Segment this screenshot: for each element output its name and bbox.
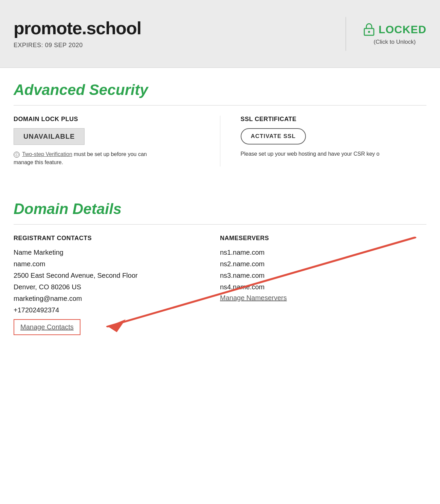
manage-contacts-box[interactable]: Manage Contacts [14, 319, 80, 335]
domain-lock-plus-label: DOMAIN LOCK PLUS [14, 116, 200, 123]
advanced-security-divider [14, 105, 426, 105]
activate-ssl-button[interactable]: ACTIVATE SSL [241, 128, 306, 144]
expires-label: EXPIRES: 09 Sep 2020 [14, 42, 315, 49]
locked-text: LOCKED [379, 23, 426, 36]
contact-email: marketing@name.com [14, 293, 200, 304]
domain-details-grid: REGISTRANT CONTACTS Name Marketing name.… [14, 235, 426, 335]
domain-header: promote.school EXPIRES: 09 Sep 2020 LOCK… [0, 0, 440, 68]
ssl-description: Please set up your web hosting and have … [241, 150, 383, 158]
lock-icon [363, 22, 375, 37]
contact-company: name.com [14, 258, 200, 270]
lock-status-row: LOCKED [363, 22, 426, 37]
registrant-contacts-col: REGISTRANT CONTACTS Name Marketing name.… [14, 235, 220, 335]
ssl-certificate-label: SSL CERTIFICATE [241, 116, 427, 123]
unavailable-button: UNAVAILABLE [14, 128, 85, 145]
advanced-security-title: Advanced Security [14, 68, 426, 105]
nameservers-label: NAMESERVERS [220, 235, 406, 242]
nameservers-col: NAMESERVERS ns1.name.com ns2.name.com ns… [220, 235, 426, 335]
header-divider [346, 17, 346, 51]
ssl-certificate-col: SSL CERTIFICATE ACTIVATE SSL Please set … [220, 116, 427, 167]
contact-name: Name Marketing [14, 247, 200, 258]
domain-lock-plus-col: DOMAIN LOCK PLUS UNAVAILABLE ⓘ Two-step … [14, 116, 220, 167]
main-content: Advanced Security DOMAIN LOCK PLUS UNAVA… [0, 68, 440, 335]
contact-address1: 2500 East Second Avenue, Second Floor [14, 270, 200, 281]
lock-status-area[interactable]: LOCKED (Click to Unlock) [363, 22, 426, 45]
manage-contacts-link[interactable]: Manage Contacts [20, 323, 74, 331]
manage-nameservers-link[interactable]: Manage Nameservers [220, 294, 406, 302]
domain-details-divider [14, 224, 426, 225]
registrant-contacts-label: REGISTRANT CONTACTS [14, 235, 200, 242]
security-grid: DOMAIN LOCK PLUS UNAVAILABLE ⓘ Two-step … [14, 116, 426, 167]
domain-info: promote.school EXPIRES: 09 Sep 2020 [14, 19, 329, 49]
domain-lock-info: ⓘ Two-step Verification must be set up b… [14, 150, 156, 167]
ns2: ns2.name.com [220, 258, 406, 270]
domain-name: promote.school [14, 19, 315, 38]
ns3: ns3.name.com [220, 270, 406, 281]
domain-details-title: Domain Details [14, 187, 426, 224]
svg-point-1 [368, 31, 370, 33]
contact-phone: +17202492374 [14, 304, 200, 316]
info-icon: ⓘ [14, 152, 20, 158]
two-step-verification-link[interactable]: Two-step Verification [22, 151, 72, 157]
ns1: ns1.name.com [220, 247, 406, 258]
contact-address2: Denver, CO 80206 US [14, 281, 200, 293]
click-to-unlock-text: (Click to Unlock) [374, 39, 416, 45]
ns4: ns4.name.com [220, 281, 406, 293]
